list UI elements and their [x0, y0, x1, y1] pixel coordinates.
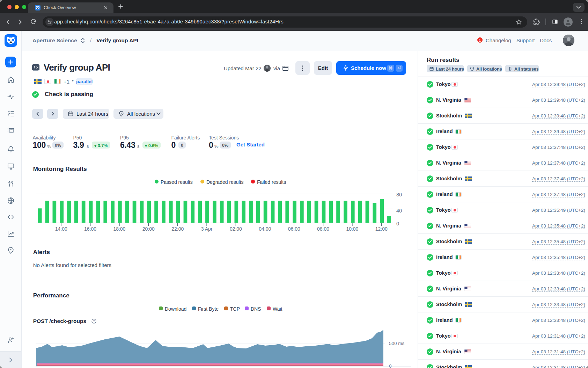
svg-text:0: 0	[389, 363, 392, 368]
svg-text:80: 80	[396, 192, 402, 197]
svg-text:20:00: 20:00	[142, 226, 155, 232]
svg-text:3 Apr: 3 Apr	[201, 226, 213, 232]
svg-text:02:00: 02:00	[230, 226, 242, 232]
svg-text:14:00: 14:00	[55, 226, 67, 232]
svg-text:16:00: 16:00	[84, 226, 96, 232]
svg-text:?: ?	[93, 319, 95, 323]
svg-text:04:00: 04:00	[259, 226, 271, 232]
svg-text:06:00: 06:00	[288, 226, 300, 232]
svg-text:08:00: 08:00	[317, 226, 329, 232]
svg-text:0: 0	[396, 221, 399, 226]
svg-text:12:00: 12:00	[375, 226, 388, 232]
svg-text:500 ms: 500 ms	[389, 341, 405, 346]
svg-text:10:00: 10:00	[346, 226, 358, 232]
svg-text:22:00: 22:00	[171, 226, 184, 232]
svg-text:40: 40	[396, 208, 402, 214]
svg-text:18:00: 18:00	[113, 226, 125, 232]
